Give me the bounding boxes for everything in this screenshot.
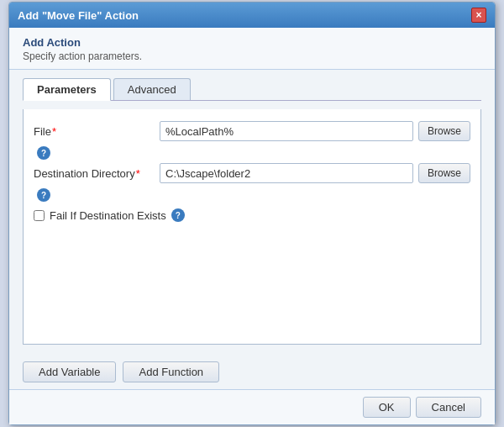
dest-required-star: * [136, 167, 140, 180]
checkbox-help-icon[interactable]: ? [171, 208, 185, 222]
file-input[interactable] [160, 121, 413, 141]
file-label: File* [34, 125, 160, 138]
dest-help-row: ? [34, 188, 470, 202]
add-function-button[interactable]: Add Function [123, 361, 219, 382]
dialog-body: Parameters Advanced File* Browse ? Desti… [9, 70, 495, 353]
checkbox-label: Fail If Destination Exists [50, 209, 166, 222]
tab-parameters[interactable]: Parameters [23, 78, 111, 101]
dialog-bottom: OK Cancel [9, 389, 495, 424]
tab-advanced[interactable]: Advanced [113, 78, 191, 100]
dialog-titlebar: Add "Move File" Action × [9, 3, 495, 28]
footer-buttons: Add Variable Add Function [9, 353, 495, 389]
file-help-icon[interactable]: ? [37, 146, 50, 160]
cancel-button[interactable]: Cancel [416, 397, 481, 418]
file-row: File* Browse [34, 121, 470, 141]
file-browse-button[interactable]: Browse [418, 121, 470, 141]
tab-content-parameters: File* Browse ? Destination Directory* Br… [23, 109, 481, 345]
fail-if-exists-checkbox[interactable] [34, 210, 45, 221]
ok-button[interactable]: OK [363, 397, 411, 418]
dest-input[interactable] [160, 163, 413, 183]
checkbox-row: Fail If Destination Exists ? [34, 208, 470, 222]
file-required-star: * [52, 125, 56, 138]
dest-row: Destination Directory* Browse [34, 163, 470, 183]
dest-browse-button[interactable]: Browse [418, 163, 470, 183]
dialog: Add "Move File" Action × Add Action Spec… [8, 2, 496, 425]
close-button[interactable]: × [471, 8, 486, 23]
dest-label: Destination Directory* [34, 167, 160, 180]
dialog-header: Add Action Specify action parameters. [9, 28, 495, 70]
tab-bar: Parameters Advanced [23, 78, 481, 101]
file-help-row: ? [34, 146, 470, 160]
add-action-subtitle: Specify action parameters. [23, 50, 481, 62]
dest-help-icon[interactable]: ? [37, 188, 50, 202]
add-variable-button[interactable]: Add Variable [23, 361, 116, 382]
add-action-title: Add Action [23, 36, 481, 49]
dialog-title: Add "Move File" Action [18, 9, 139, 22]
